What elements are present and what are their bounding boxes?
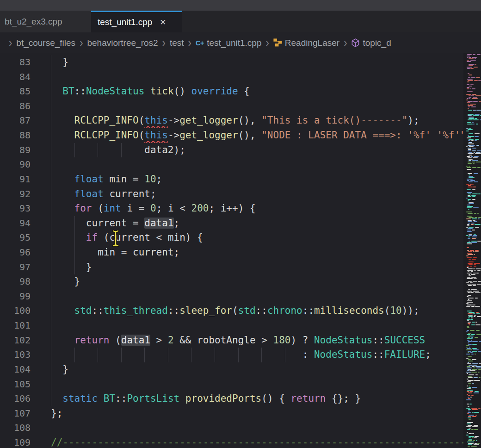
minimap-line: [467, 413, 469, 414]
minimap-line: [471, 317, 473, 318]
minimap-line: [467, 102, 470, 103]
code-line-90[interactable]: 90: [0, 157, 463, 172]
code-text: RCLCPP_INFO(this->get_logger(), "This is…: [51, 113, 419, 128]
minimap-line: [475, 322, 477, 323]
code-line-105[interactable]: 105: [0, 377, 463, 392]
minimap-line: [477, 443, 480, 444]
code-line-91[interactable]: 91 float min = 10;: [0, 172, 463, 187]
breadcrumb-item-bt_course_files[interactable]: bt_course_files: [16, 38, 75, 48]
code-line-86[interactable]: 86: [0, 99, 463, 114]
code-line-103[interactable]: 103 : NodeStatus::FAILURE;: [0, 348, 463, 362]
minimap-line: [467, 404, 469, 404]
minimap-line: [467, 370, 469, 371]
minimap-line: [466, 303, 469, 304]
code-line-97[interactable]: 97 }: [0, 260, 463, 275]
minimap-line: [473, 257, 477, 258]
code-line-84[interactable]: 84: [0, 70, 463, 85]
tab-test_unit1.cpp[interactable]: test_unit1.cpp✕: [91, 11, 182, 32]
minimap-line: [468, 395, 470, 396]
minimap-line: [469, 159, 473, 160]
minimap-line: [475, 95, 481, 96]
minimap-line: [474, 234, 476, 235]
minimap-line: [469, 176, 473, 177]
minimap-line: [467, 429, 470, 430]
minimap-line: [468, 295, 471, 296]
minimap-line: [475, 443, 477, 444]
breadcrumb-item-topic_d[interactable]: topic_d: [351, 38, 391, 48]
line-number: 99: [0, 289, 31, 304]
code-line-107[interactable]: 107};: [0, 406, 463, 421]
minimap-line: [466, 128, 469, 129]
code-line-87[interactable]: 87 RCLCPP_INFO(this->get_logger(), "This…: [0, 113, 463, 128]
minimap-line: [474, 429, 478, 430]
minimap-line: [469, 174, 470, 175]
code-line-106[interactable]: 106 static BT::PortsList providedPorts()…: [0, 392, 463, 406]
code-text: current = data1;: [51, 216, 179, 231]
minimap-line: [475, 415, 477, 416]
minimap[interactable]: [463, 53, 481, 448]
code-line-88[interactable]: 88 RCLCPP_INFO(this->get_logger(), "NODE…: [0, 128, 463, 143]
close-icon[interactable]: ✕: [160, 19, 166, 26]
code-editor[interactable]: 83 }8485 BT::NodeStatus tick() override …: [0, 53, 481, 448]
minimap-line: [469, 436, 474, 437]
code-line-109[interactable]: 109//-----------------------------------…: [0, 436, 463, 448]
minimap-line: [468, 446, 470, 447]
minimap-line: [469, 264, 473, 265]
minimap-line: [475, 306, 480, 307]
breadcrumb-item-ReadingLaser[interactable]: ReadingLaser: [273, 38, 339, 48]
code-line-96[interactable]: 96 min = current;: [0, 245, 463, 260]
minimap-line: [474, 181, 478, 182]
minimap-line: [472, 94, 476, 95]
minimap-line: [478, 408, 481, 409]
minimap-line: [468, 443, 474, 444]
minimap-line: [467, 305, 472, 305]
minimap-line: [473, 115, 479, 116]
minimap-line: [467, 56, 470, 56]
minimap-line: [472, 193, 478, 194]
breadcrumb-label: test: [170, 38, 184, 48]
line-number: 85: [0, 84, 31, 99]
minimap-line: [467, 243, 472, 244]
code-line-94[interactable]: 94 current = data1;: [0, 216, 463, 231]
tab-bt_u2_ex3.cpp[interactable]: bt_u2_ex3.cpp: [0, 11, 91, 32]
code-line-89[interactable]: 89 data2);: [0, 143, 463, 158]
minimap-line: [476, 124, 478, 124]
code-line-108[interactable]: 108: [0, 421, 463, 436]
minimap-line: [466, 372, 471, 373]
minimap-line: [468, 238, 470, 239]
code-line-104[interactable]: 104 }: [0, 362, 463, 377]
line-number: 102: [0, 333, 31, 348]
minimap-line: [471, 340, 472, 341]
minimap-line: [466, 347, 468, 348]
code-line-101[interactable]: 101: [0, 318, 463, 333]
minimap-line: [474, 221, 477, 222]
code-line-98[interactable]: 98 }: [0, 274, 463, 289]
code-line-99[interactable]: 99: [0, 289, 463, 304]
minimap-line: [468, 416, 471, 417]
code-line-95[interactable]: 95 if (current < min) {: [0, 230, 463, 245]
minimap-line: [474, 254, 475, 255]
code-line-83[interactable]: 83 }: [0, 55, 463, 70]
line-number: 88: [0, 128, 31, 143]
minimap-line: [468, 200, 469, 201]
minimap-line: [472, 162, 475, 162]
breadcrumb-item-test_unit1.cpp[interactable]: C+test_unit1.cpp: [196, 38, 262, 48]
code-line-92[interactable]: 92 float current;: [0, 187, 463, 202]
minimap-line: [468, 351, 471, 352]
code-line-93[interactable]: 93 for (int i = 0; i < 200; i++) {: [0, 201, 463, 216]
minimap-line: [468, 148, 471, 149]
minimap-line: [468, 271, 469, 272]
code-text: }: [51, 55, 68, 70]
code-line-100[interactable]: 100 std::this_thread::sleep_for(std::chr…: [0, 304, 463, 318]
minimap-line: [468, 223, 470, 224]
code-line-85[interactable]: 85 BT::NodeStatus tick() override {: [0, 84, 463, 99]
minimap-line: [467, 257, 472, 258]
minimap-line: [468, 412, 471, 413]
breadcrumb-item-test[interactable]: test: [170, 38, 184, 48]
code-line-102[interactable]: 102 return (data1 > 2 && robotAngle > 18…: [0, 333, 463, 348]
minimap-line: [475, 136, 479, 137]
minimap-line: [468, 397, 469, 398]
minimap-line: [466, 426, 471, 427]
minimap-line: [468, 77, 470, 78]
breadcrumb-item-behaviortree_ros2[interactable]: behaviortree_ros2: [87, 38, 158, 48]
